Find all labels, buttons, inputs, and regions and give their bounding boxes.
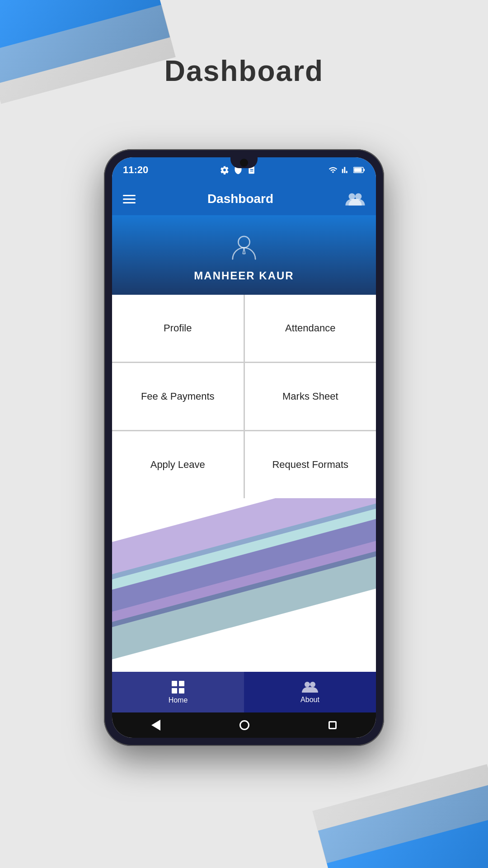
menu-item-apply-leave[interactable]: Apply Leave bbox=[112, 431, 244, 498]
phone-frame: 11:20 bbox=[104, 149, 384, 746]
android-home-button[interactable] bbox=[239, 720, 249, 730]
menu-item-attendance-label: Attendance bbox=[285, 322, 335, 334]
nav-item-home[interactable]: Home bbox=[112, 672, 244, 712]
android-back-button[interactable] bbox=[151, 720, 160, 731]
nav-item-about[interactable]: About bbox=[244, 672, 376, 712]
menu-item-request-formats[interactable]: Request Formats bbox=[245, 431, 376, 498]
menu-item-attendance[interactable]: Attendance bbox=[245, 295, 376, 362]
signal-icon bbox=[342, 166, 350, 174]
svg-rect-10 bbox=[172, 688, 177, 693]
svg-point-4 bbox=[238, 236, 249, 248]
settings-icon bbox=[220, 165, 229, 175]
camera-notch bbox=[230, 157, 258, 168]
android-nav-bar bbox=[112, 712, 376, 738]
svg-rect-11 bbox=[179, 688, 184, 693]
camera-dot bbox=[240, 159, 248, 167]
svg-rect-9 bbox=[179, 681, 184, 686]
menu-item-marks-sheet[interactable]: Marks Sheet bbox=[245, 363, 376, 430]
hamburger-menu[interactable] bbox=[123, 195, 136, 203]
svg-point-12 bbox=[305, 682, 310, 687]
status-right-icons bbox=[328, 165, 365, 175]
menu-item-profile-label: Profile bbox=[164, 322, 192, 334]
bg-stripe-gray-bottom bbox=[312, 764, 488, 863]
app-bar-title: Dashboard bbox=[207, 192, 273, 206]
wifi-icon bbox=[328, 165, 338, 175]
status-time: 11:20 bbox=[123, 164, 148, 176]
nav-about-label: About bbox=[300, 696, 319, 704]
menu-grid: Profile Attendance Fee & Payments Marks … bbox=[112, 295, 376, 498]
users-icon[interactable] bbox=[345, 191, 365, 207]
svg-point-2 bbox=[349, 193, 355, 199]
app-top-bar: Dashboard bbox=[112, 183, 376, 215]
nav-home-label: Home bbox=[169, 696, 188, 704]
svg-rect-1 bbox=[354, 168, 362, 172]
svg-rect-8 bbox=[172, 681, 177, 686]
phone-screen: 11:20 bbox=[112, 157, 376, 738]
hero-section: MANHEER KAUR bbox=[112, 215, 376, 295]
home-icon bbox=[171, 680, 185, 694]
bottom-decoration bbox=[112, 498, 376, 672]
about-icon bbox=[302, 680, 318, 694]
bottom-nav: Home About bbox=[112, 672, 376, 712]
battery-icon bbox=[353, 166, 365, 174]
svg-point-3 bbox=[355, 193, 361, 199]
menu-item-leave-label: Apply Leave bbox=[150, 459, 205, 471]
bg-stripe-blue-bottom bbox=[318, 782, 488, 868]
android-recent-button[interactable] bbox=[328, 721, 337, 729]
menu-item-fee-label: Fee & Payments bbox=[141, 391, 215, 402]
svg-point-13 bbox=[310, 682, 315, 687]
menu-item-marks-label: Marks Sheet bbox=[282, 391, 338, 402]
menu-item-profile[interactable]: Profile bbox=[112, 295, 244, 362]
svg-line-6 bbox=[244, 248, 245, 254]
user-avatar-icon bbox=[228, 231, 260, 264]
page-title: Dashboard bbox=[0, 54, 488, 88]
menu-item-request-label: Request Formats bbox=[272, 459, 348, 471]
user-name: MANHEER KAUR bbox=[194, 269, 294, 282]
menu-item-fee-payments[interactable]: Fee & Payments bbox=[112, 363, 244, 430]
